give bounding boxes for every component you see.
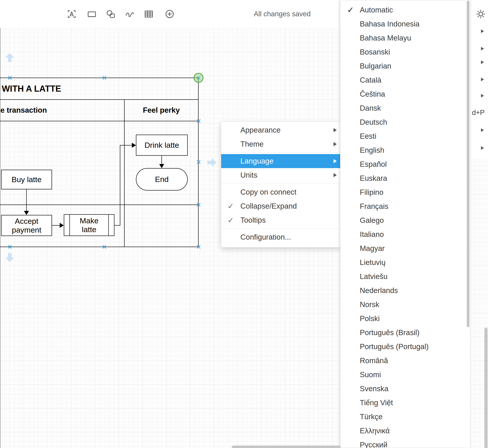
language-option[interactable]: Português (Portugal) — [340, 340, 470, 354]
arrowhead-buy-to-accept — [24, 211, 29, 215]
selection-handle-x[interactable] — [197, 119, 201, 123]
add-shape-icon — [164, 9, 175, 19]
language-option[interactable]: Dansk — [340, 101, 470, 115]
selection-handle-x[interactable] — [197, 203, 201, 207]
language-option[interactable]: Bosanski — [340, 45, 470, 59]
edge-buy-to-accept[interactable] — [26, 189, 27, 211]
selection-handle-x[interactable] — [8, 76, 12, 80]
selection-handle-x[interactable] — [102, 76, 106, 80]
edge-make-to-drink-seg1[interactable] — [114, 225, 120, 226]
menu-separator — [221, 229, 340, 229]
language-option[interactable]: Suomi — [340, 368, 470, 382]
language-option[interactable]: Norsk — [340, 297, 470, 312]
submenu-arrow-icon — [481, 29, 484, 33]
language-option[interactable]: Français — [340, 199, 470, 213]
node-make-latte-label: Make latte — [72, 216, 106, 234]
language-option-label: Svenska — [360, 384, 388, 393]
menu-item-language[interactable]: Language — [221, 154, 340, 168]
menu-item-appearance[interactable]: Appearance — [221, 123, 340, 137]
menu-item-label: Theme — [240, 140, 264, 148]
node-end[interactable]: End — [136, 168, 188, 191]
language-option[interactable]: Magyar — [340, 241, 470, 256]
language-option[interactable]: Ελληνικά — [340, 424, 470, 438]
connect-arrow-right-icon[interactable] — [206, 157, 217, 168]
language-option[interactable]: Русский — [340, 438, 470, 448]
connect-arrow-down-icon[interactable] — [4, 252, 15, 263]
node-accept-payment[interactable]: Accept payment — [1, 215, 52, 236]
horizontal-scrollbar[interactable] — [232, 446, 341, 448]
language-option[interactable]: Bahasa Melayu — [340, 31, 470, 45]
language-option[interactable]: Bulgarian — [340, 59, 470, 73]
selection-handle-x[interactable] — [197, 245, 201, 249]
checkmark-icon: ✓ — [347, 3, 354, 17]
language-option-label: Magyar — [360, 244, 385, 253]
node-make-latte[interactable]: Make latte — [64, 214, 114, 236]
text-tool-button[interactable] — [65, 8, 78, 20]
language-option[interactable]: Tiếng Việt — [340, 396, 470, 410]
language-option[interactable]: Română — [340, 354, 470, 368]
language-option[interactable]: Türkçe — [340, 410, 470, 424]
menu-item-units[interactable]: Units — [221, 168, 340, 182]
language-option-label: Tiếng Việt — [360, 399, 393, 407]
edge-make-to-drink-seg3[interactable] — [120, 145, 132, 145]
rectangle-tool-button[interactable] — [86, 8, 98, 20]
language-option-label: Română — [360, 356, 388, 365]
menu-item-configuration[interactable]: Configuration... — [221, 230, 340, 244]
edge-make-to-drink-seg2[interactable] — [120, 145, 120, 226]
language-option-automatic[interactable]: ✓ Automatic — [340, 3, 470, 17]
menu-item-tooltips[interactable]: ✓ Tooltips — [221, 213, 340, 227]
language-option[interactable]: Español — [340, 157, 470, 171]
language-option-label: Filipino — [360, 188, 384, 196]
language-option[interactable]: Italiano — [340, 227, 470, 241]
corner-resize-handle[interactable] — [194, 73, 204, 83]
selection-handle-x[interactable] — [8, 245, 12, 249]
language-option-label: Norsk — [360, 300, 379, 309]
menu-item-theme[interactable]: Theme — [221, 137, 340, 151]
language-option[interactable]: Polski — [340, 312, 470, 326]
language-option[interactable]: Lietuvių — [340, 256, 470, 270]
language-option[interactable]: Bahasa Indonesia — [340, 17, 470, 31]
connect-arrow-up-icon[interactable] — [4, 53, 15, 63]
language-option[interactable]: Latviešu — [340, 270, 470, 283]
language-option-label: Català — [360, 76, 381, 84]
language-option[interactable]: Galego — [340, 213, 470, 227]
drawio-app-window: WITH A LATTE e transaction Feel perky Bu… — [0, 0, 488, 448]
shape-tool-button[interactable] — [104, 8, 117, 20]
language-option-label: Automatic — [360, 6, 393, 14]
submenu-arrow-icon — [334, 159, 337, 163]
language-option[interactable]: Svenska — [340, 382, 470, 396]
theme-toggle-button[interactable] — [475, 8, 486, 20]
node-buy-latte[interactable]: Buy latte — [1, 170, 52, 189]
language-option[interactable]: Português (Brasil) — [340, 326, 470, 340]
selection-handle-x[interactable] — [102, 245, 106, 249]
menu-item-collapse-expand[interactable]: ✓ Collapse/Expand — [221, 199, 340, 213]
language-option[interactable]: Eesti — [340, 129, 470, 143]
language-option[interactable]: Nederlands — [340, 283, 470, 297]
edge-drink-to-end[interactable] — [161, 156, 162, 164]
freehand-tool-button[interactable] — [124, 8, 136, 20]
arrowhead-make-to-drink — [132, 143, 136, 148]
add-shape-button[interactable] — [163, 8, 176, 20]
lane-vertical-divider — [124, 99, 125, 247]
language-option-label: Русский — [360, 440, 387, 448]
language-option-label: Bahasa Melayu — [360, 34, 411, 42]
table-tool-button[interactable] — [142, 8, 155, 20]
menu-item-copy-on-connect[interactable]: Copy on connect — [221, 185, 340, 199]
submenu-arrow-icon — [334, 142, 337, 146]
submenu-scrollbar[interactable] — [467, 1, 469, 327]
node-drink-latte[interactable]: Drink latte — [136, 135, 188, 156]
language-option[interactable]: Euskara — [340, 171, 470, 185]
language-option[interactable]: Deutsch — [340, 115, 470, 129]
language-submenu: ✓ Automatic Bahasa Indonesia Bahasa Mela… — [340, 0, 471, 448]
language-option[interactable]: English — [340, 143, 470, 157]
freehand-tool-icon — [125, 9, 135, 19]
language-option-label: Dansk — [360, 104, 381, 112]
language-option[interactable]: Filipino — [340, 185, 470, 199]
arrowhead-drink-to-end — [159, 164, 164, 168]
vertical-scrollbar[interactable] — [484, 328, 488, 448]
shape-tool-icon — [106, 9, 116, 19]
selection-handle-x[interactable] — [197, 160, 201, 164]
edge-accept-to-make[interactable] — [52, 225, 60, 226]
language-option[interactable]: Čeština — [340, 87, 470, 101]
language-option[interactable]: Català — [340, 73, 470, 87]
